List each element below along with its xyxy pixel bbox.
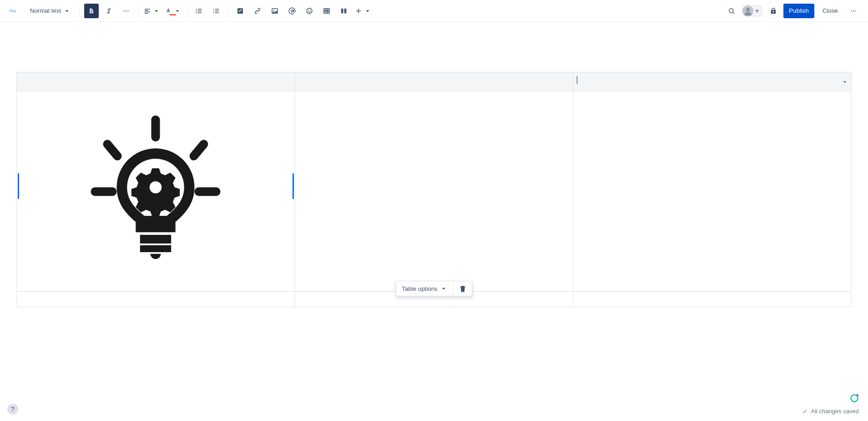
action-item-button[interactable] [233,4,247,18]
table-cell-options-button[interactable] [841,78,848,86]
emoji-button[interactable] [302,4,317,18]
svg-rect-13 [341,8,343,13]
chevron-down-icon [439,284,448,293]
editor-toolbar: Normal text [0,0,868,22]
restrictions-button[interactable] [766,4,781,18]
svg-point-18 [851,10,852,11]
publish-button[interactable]: Publish [783,4,814,18]
svg-point-5 [196,12,197,13]
search-button[interactable] [724,4,739,18]
table-options-dropdown[interactable]: Table options [396,281,453,296]
divider [187,5,187,16]
table-options-label: Table options [402,285,438,292]
svg-point-2 [128,10,129,11]
table-header-row [17,72,852,91]
delete-table-button[interactable] [454,281,472,296]
cell-content-image[interactable] [20,95,291,288]
alignment-dropdown[interactable] [143,4,161,18]
grammarly-icon[interactable] [850,394,859,403]
table-header-cell[interactable] [295,72,573,91]
svg-rect-26 [140,235,171,243]
table-cell[interactable] [295,91,573,292]
svg-point-20 [855,10,856,11]
svg-point-10 [308,10,309,10]
divider [228,5,228,16]
help-button[interactable]: ? [7,404,18,415]
svg-point-1 [126,10,126,11]
link-button[interactable] [250,4,265,18]
check-icon [802,408,808,415]
svg-rect-12 [324,8,329,13]
table-floating-toolbar: Table options [396,281,472,296]
italic-button[interactable] [101,4,116,18]
mention-button[interactable] [285,4,299,18]
svg-point-11 [310,10,311,10]
text-color-swatch [170,14,176,15]
table-header-cell[interactable] [17,72,295,91]
table-button[interactable] [319,4,334,18]
lightbulb-gear-icon [69,105,242,278]
svg-point-4 [196,10,197,11]
svg-point-9 [307,8,312,14]
more-formatting-button[interactable] [119,4,133,18]
svg-rect-14 [344,8,347,13]
svg-rect-22 [91,187,117,196]
toolbar-right: + Publish Close [724,4,861,18]
chevron-down-icon [152,7,161,15]
close-button[interactable]: Close [817,4,843,18]
editor-canvas[interactable]: Table options [0,22,868,421]
divider [79,5,80,16]
table-cell[interactable] [17,91,295,292]
image-button[interactable] [267,4,282,18]
toolbar-left: Normal text [7,4,372,18]
selection-handle-left[interactable] [18,173,19,199]
avatar-group: + [742,5,763,17]
svg-point-17 [746,8,750,11]
table-cell[interactable] [17,292,295,307]
svg-point-15 [729,8,733,12]
chevron-down-icon [63,7,71,15]
svg-point-3 [196,9,197,10]
svg-rect-23 [195,187,221,196]
svg-rect-27 [140,245,171,252]
text-cursor [577,76,577,84]
divider [138,5,138,16]
svg-rect-24 [101,138,124,162]
table-row [17,91,852,292]
svg-point-0 [124,10,125,11]
text-style-label: Normal text [30,7,61,14]
confluence-logo-icon[interactable] [7,5,18,16]
table-header-cell[interactable] [573,72,852,91]
insert-dropdown[interactable] [354,4,372,18]
more-actions-button[interactable] [846,4,861,18]
svg-point-8 [273,10,274,10]
svg-rect-21 [151,115,160,141]
svg-rect-25 [188,138,210,162]
bullet-list-button[interactable] [192,4,206,18]
content-table[interactable] [16,72,852,307]
table-cell[interactable] [573,292,852,307]
text-color-dropdown[interactable] [164,4,182,18]
text-style-dropdown[interactable]: Normal text [26,4,75,18]
user-avatar[interactable] [742,5,753,16]
svg-point-29 [856,394,858,396]
chevron-down-icon [363,7,372,15]
numbered-list-button[interactable] [209,4,223,18]
bold-button[interactable] [84,4,99,18]
selection-handle-right[interactable] [293,173,294,199]
save-status: All changes saved [802,408,859,415]
layouts-button[interactable] [337,4,351,18]
table-cell[interactable] [573,91,852,292]
table-wrapper: Table options [16,72,852,307]
svg-point-19 [853,10,854,11]
save-status-text: All changes saved [811,408,859,415]
